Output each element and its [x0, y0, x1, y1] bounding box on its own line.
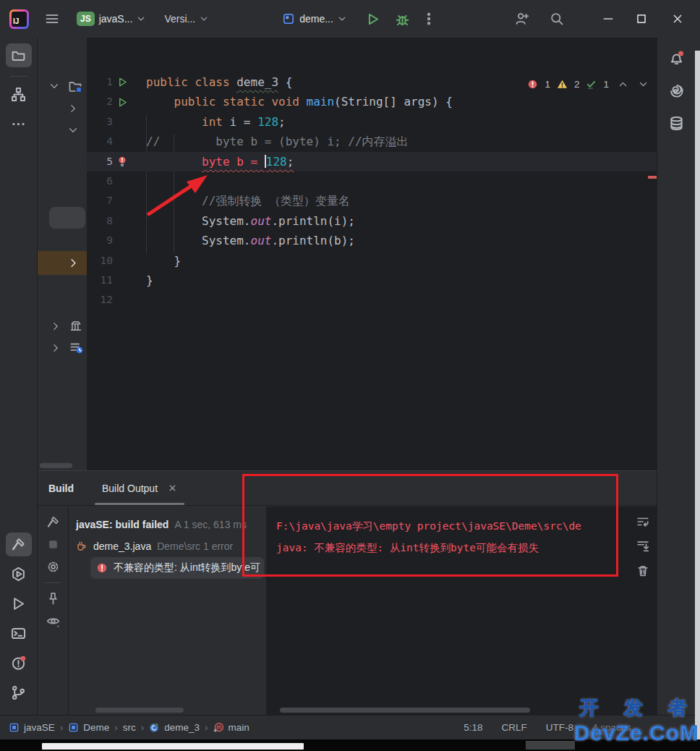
tree-item-hover[interactable] [49, 207, 85, 229]
code-text: // byte b = (byte) i; //内存溢出 [146, 132, 409, 151]
gear-icon[interactable] [46, 560, 60, 574]
build-row-text: 不兼容的类型: 从int转换到byte可 [114, 561, 260, 574]
tool-stripe-git-branch[interactable] [6, 681, 32, 705]
code-line-2[interactable]: 2 public static void main(String[] args)… [87, 92, 657, 111]
build-output-tree[interactable]: javaSE: build failedA 1 sec, 613 msdeme_… [69, 506, 266, 715]
gutter-space [113, 271, 132, 290]
stop-square-icon[interactable] [46, 538, 60, 551]
tool-stripe-services[interactable] [6, 562, 32, 586]
error-count: 1 [545, 79, 550, 90]
tool-stripe-terminal[interactable] [6, 621, 32, 645]
line-separator-widget[interactable]: CRLF [501, 722, 526, 733]
tool-stripe-bell[interactable] [663, 46, 689, 70]
breadcrumb-item-src[interactable]: src [123, 722, 136, 733]
eye-icon[interactable] [46, 614, 60, 628]
run-line-icon[interactable] [113, 72, 132, 92]
external-libraries-icon[interactable] [69, 319, 82, 332]
tool-stripe-ai-swirl[interactable] [663, 79, 689, 103]
scroll-end-icon[interactable] [636, 540, 649, 553]
search-everywhere-icon[interactable] [550, 12, 564, 26]
project-widget[interactable]: JS javaS... [77, 12, 145, 26]
window-minimize-button[interactable] [602, 12, 615, 25]
vcs-widget[interactable]: Versi... [164, 13, 208, 25]
run-button[interactable] [365, 12, 380, 27]
run-configuration-widget[interactable]: deme... [282, 12, 346, 25]
hammer-icon[interactable] [46, 515, 60, 529]
breadcrumb[interactable]: javaSE›Deme›src›deme_3›main [9, 722, 249, 733]
tree-collapse-icon[interactable] [68, 125, 78, 135]
line-number: 5 [87, 152, 113, 171]
code-text: System.out.println(i); [146, 211, 355, 231]
main-menu-icon[interactable] [45, 12, 59, 26]
tool-stripe-run-triangle[interactable] [6, 592, 32, 616]
project-root-folder-icon[interactable] [68, 79, 82, 93]
code-editor[interactable]: 1public class deme_3 {2 public static vo… [87, 72, 657, 470]
soft-wrap-icon[interactable] [636, 515, 649, 528]
tree-collapse-icon[interactable] [49, 81, 59, 91]
code-line-7[interactable]: 7 //强制转换 （类型）变量名 [87, 191, 657, 211]
code-line-10[interactable]: 10 } [87, 251, 657, 271]
code-line-6[interactable]: 6 [87, 171, 657, 191]
breadcrumb-item-javaSE[interactable]: javaSE [9, 722, 55, 733]
window-close-button[interactable] [671, 12, 684, 25]
tree-expand-icon[interactable] [51, 343, 61, 353]
line-number: 11 [87, 271, 113, 290]
error-bulb-icon[interactable] [113, 152, 132, 171]
debug-button[interactable] [395, 12, 410, 27]
line-number: 12 [87, 290, 113, 310]
trash-icon[interactable] [636, 564, 649, 577]
tree-horizontal-scrollbar[interactable] [95, 708, 184, 713]
module-icon [9, 722, 20, 733]
prev-problem-icon[interactable] [618, 80, 628, 89]
breadcrumb-item-deme_3[interactable]: deme_3 [149, 722, 200, 733]
scratches-consoles-icon[interactable] [69, 341, 83, 355]
next-problem-icon[interactable] [639, 80, 648, 89]
ide-logo-icon [9, 9, 29, 29]
tree-item-selected[interactable] [38, 251, 87, 275]
build-output-console[interactable]: F:\java\java学习\empty project\javaSE\Deme… [266, 506, 657, 715]
build-tree-row[interactable]: deme_3.javaDeme\src 1 error [69, 535, 266, 557]
gutter-space [113, 171, 132, 191]
encoding-widget[interactable]: UTF-8 [546, 722, 573, 733]
project-panel [38, 38, 87, 470]
tree-expand-icon[interactable] [68, 258, 79, 268]
code-line-9[interactable]: 9 System.out.println(b); [87, 231, 657, 250]
pin-icon[interactable] [46, 592, 60, 606]
code-line-8[interactable]: 8 System.out.println(i); [87, 211, 657, 231]
caret-position-widget[interactable]: 5:18 [464, 722, 482, 733]
breadcrumb-separator: › [141, 722, 145, 733]
tree-expand-icon[interactable] [68, 103, 78, 114]
code-line-11[interactable]: 11} [87, 271, 657, 290]
more-actions-icon[interactable] [422, 12, 436, 26]
run-gutter-icon[interactable] [117, 97, 128, 108]
services-icon [11, 567, 26, 582]
tab-build-output[interactable]: Build Output [99, 471, 180, 505]
inspections-widget[interactable]: 1 2 1 [527, 79, 648, 90]
code-line-3[interactable]: 3 int i = 128; [87, 112, 657, 132]
tool-stripe-hammer[interactable] [6, 533, 32, 556]
window-maximize-button[interactable] [635, 12, 648, 25]
panel-horizontal-scrollbar[interactable] [40, 463, 72, 468]
close-icon[interactable] [168, 483, 177, 493]
gutter-space [113, 211, 132, 231]
bulb-error-icon[interactable] [116, 156, 128, 167]
tool-stripe-structure[interactable] [6, 82, 32, 106]
build-tree-row[interactable]: javaSE: build failedA 1 sec, 613 ms [69, 514, 266, 535]
tool-stripe-problems[interactable] [6, 651, 32, 675]
tool-stripe-folder[interactable] [6, 43, 32, 67]
indent-widget[interactable]: 4 spaces [592, 722, 631, 733]
breadcrumb-item-Deme[interactable]: Deme [68, 722, 109, 733]
breadcrumb-item-main[interactable]: main [213, 722, 249, 733]
build-tree-row[interactable]: 不兼容的类型: 从int转换到byte可 [90, 557, 264, 579]
console-horizontal-scrollbar[interactable] [280, 708, 530, 713]
code-with-me-icon[interactable] [515, 12, 529, 26]
tree-expand-icon[interactable] [51, 321, 61, 331]
left-tool-stripe [0, 38, 38, 715]
code-line-4[interactable]: 4// byte b = (byte) i; //内存溢出 [87, 132, 657, 151]
code-line-5[interactable]: 5 byte b = 128; [87, 152, 657, 171]
tool-stripe-more-dots[interactable] [6, 112, 32, 136]
run-gutter-icon[interactable] [117, 77, 128, 88]
run-line-icon[interactable] [113, 92, 132, 111]
tool-stripe-database[interactable] [663, 111, 689, 135]
code-line-12[interactable]: 12 [87, 290, 657, 310]
